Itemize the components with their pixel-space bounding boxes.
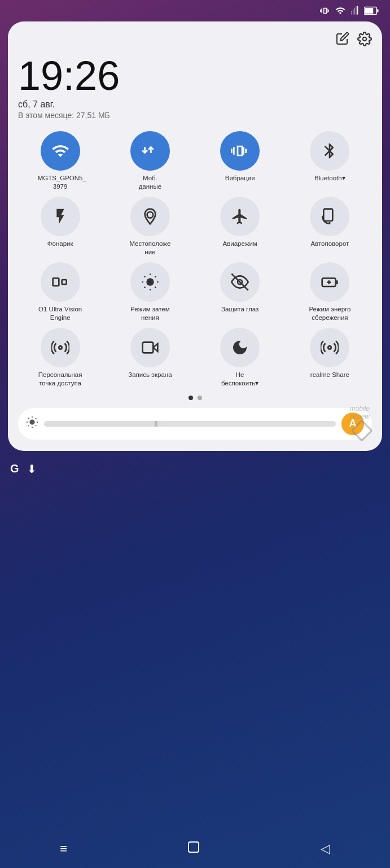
watermark-text: mobilereview: [350, 405, 370, 420]
toggle-vision-engine-label: O1 Ultra Vision Engine: [38, 305, 83, 322]
pagination-dot-1: [189, 396, 193, 400]
toggle-mobile-data-circle[interactable]: [130, 131, 170, 171]
toggle-autorotate-label: Автоповорот: [310, 240, 349, 248]
nav-home-button[interactable]: [187, 840, 200, 857]
brightness-handle: [155, 421, 157, 427]
svg-rect-6: [52, 278, 59, 285]
brightness-fill: [44, 421, 161, 427]
settings-button[interactable]: [357, 32, 372, 50]
toggle-vibration-circle[interactable]: [220, 131, 260, 171]
toggle-location[interactable]: Местоположение: [108, 197, 192, 257]
bottom-notifications: G ⬇: [8, 458, 382, 480]
pagination-dot-2: [198, 396, 202, 400]
toggle-location-label: Местоположение: [129, 240, 170, 257]
svg-rect-1: [365, 8, 373, 14]
svg-point-16: [29, 419, 34, 424]
toggle-eye-protection-label: Защита глаз: [221, 305, 258, 314]
toggle-screen-record-label: Запись экрана: [128, 371, 172, 379]
toggle-hotspot-label: Персональная точка доступа: [38, 371, 83, 388]
toggle-location-circle[interactable]: [130, 197, 170, 236]
toggle-dark-mode[interactable]: Режим затемнения: [108, 262, 192, 322]
download-icon: ⬇: [27, 462, 37, 476]
nav-bar: ≡ ◁: [0, 830, 390, 868]
toggle-battery-saver-circle[interactable]: [310, 262, 349, 302]
toggle-screen-record[interactable]: Запись экрана: [108, 328, 192, 388]
svg-point-3: [363, 37, 367, 41]
toggle-eye-protection[interactable]: Защита глаз: [198, 262, 282, 322]
battery-icon: [364, 6, 379, 18]
time-display: 19:26: [18, 55, 372, 96]
edit-button[interactable]: [336, 32, 349, 50]
data-usage: В этом месяце: 27,51 МБ: [18, 111, 372, 120]
status-bar: [0, 0, 390, 21]
toggle-eye-protection-circle[interactable]: [220, 262, 260, 302]
panel-top-icons: [18, 32, 372, 50]
toggle-battery-saver[interactable]: Режим энергосбережения: [288, 262, 372, 322]
toggle-wifi-circle[interactable]: [41, 131, 80, 171]
toggle-wifi-label: MGTS_GPON5_3979: [38, 174, 83, 191]
toggle-screen-record-circle[interactable]: [130, 328, 170, 367]
quick-settings-panel: 19:26 сб, 7 авг. В этом месяце: 27,51 МБ…: [8, 21, 382, 451]
google-icon: G: [10, 462, 19, 475]
toggle-dark-mode-circle[interactable]: [130, 262, 170, 302]
toggle-hotspot-circle[interactable]: [41, 328, 80, 367]
brightness-icon: [26, 416, 38, 431]
toggle-autorotate[interactable]: Автоповорот: [288, 197, 372, 257]
toggle-vibration-label: Вибрация: [225, 174, 255, 183]
toggle-wifi[interactable]: MGTS_GPON5_3979: [18, 131, 102, 191]
watermark-diamond: [350, 419, 373, 442]
brightness-track[interactable]: [44, 421, 336, 427]
brightness-slider[interactable]: A: [18, 408, 372, 440]
svg-rect-5: [324, 209, 333, 221]
toggle-vision-engine[interactable]: O1 Ultra Vision Engine: [18, 262, 102, 322]
svg-rect-17: [189, 842, 199, 852]
toggle-dnd-label: Не беспокоить▾: [217, 371, 262, 388]
toggle-flashlight-label: Фонарик: [47, 240, 73, 248]
svg-point-12: [59, 346, 62, 349]
toggle-realme-share-circle[interactable]: [310, 328, 349, 367]
toggle-dnd[interactable]: Не беспокоить▾: [198, 328, 282, 388]
pagination: [18, 396, 372, 400]
svg-rect-2: [377, 9, 379, 12]
toggle-mobile-data[interactable]: Моб.данные: [108, 131, 192, 191]
toggle-autorotate-circle[interactable]: [310, 197, 349, 236]
toggle-flashlight-circle[interactable]: [41, 197, 80, 236]
signal-icon: [350, 6, 360, 18]
toggle-airplane-circle[interactable]: [220, 197, 260, 236]
date-display: сб, 7 авг.: [18, 99, 372, 110]
toggle-dark-mode-label: Режим затемнения: [130, 305, 170, 322]
svg-point-15: [328, 346, 331, 349]
toggle-vision-engine-circle[interactable]: [41, 262, 80, 302]
toggle-battery-saver-label: Режим энергосбережения: [309, 305, 350, 322]
toggle-airplane[interactable]: Авиарежим: [198, 197, 282, 257]
toggle-mobile-data-label: Моб.данные: [139, 174, 161, 191]
toggle-flashlight[interactable]: Фонарик: [18, 197, 102, 257]
toggle-realme-share[interactable]: realme Share: [288, 328, 372, 388]
svg-rect-13: [143, 342, 154, 353]
toggle-realme-share-label: realme Share: [310, 371, 349, 379]
toggle-airplane-label: Авиарежим: [222, 240, 257, 248]
toggle-dnd-circle[interactable]: [220, 328, 260, 367]
nav-back-button[interactable]: ◁: [321, 841, 330, 856]
toggle-bluetooth[interactable]: Bluetooth▾: [288, 131, 372, 191]
quick-toggles-grid: MGTS_GPON5_3979 Моб.данные Вибрация Blue…: [18, 131, 372, 388]
svg-point-4: [147, 212, 154, 218]
toggle-vibration[interactable]: Вибрация: [198, 131, 282, 191]
watermark: mobilereview: [350, 405, 370, 439]
wifi-icon: [335, 6, 346, 18]
svg-point-8: [146, 278, 154, 285]
toggle-bluetooth-circle[interactable]: [310, 131, 349, 171]
svg-rect-7: [62, 280, 66, 284]
nav-menu-button[interactable]: ≡: [60, 841, 67, 856]
toggle-bluetooth-label: Bluetooth▾: [314, 174, 345, 183]
vibrate-icon: [320, 6, 330, 18]
toggle-hotspot[interactable]: Персональная точка доступа: [18, 328, 102, 388]
